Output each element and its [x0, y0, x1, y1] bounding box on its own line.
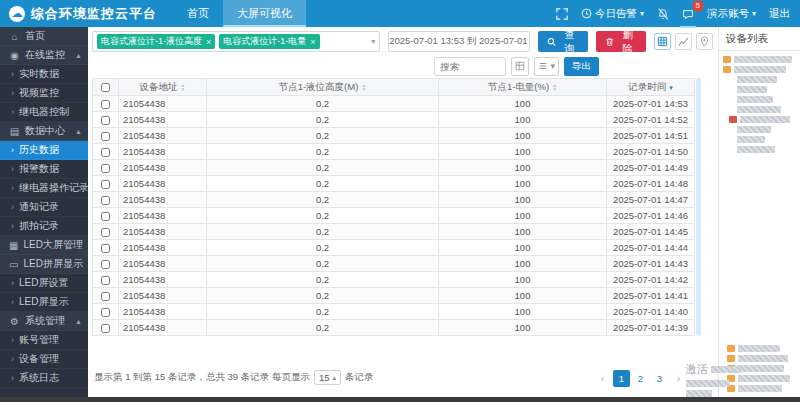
sidebar-item-视频监控[interactable]: ›视频监控 [0, 84, 88, 103]
page-prev-button[interactable]: ‹ [594, 370, 611, 387]
sidebar-item-通知记录[interactable]: ›通知记录 [0, 198, 88, 217]
row-checkbox[interactable] [101, 292, 110, 301]
cell-level: 0.2 [207, 320, 439, 336]
export-button[interactable]: 导出 [564, 57, 599, 76]
top-nav-item-0[interactable]: 首页 [173, 0, 223, 27]
sidebar-item-继电器控制[interactable]: ›继电器控制 [0, 103, 88, 122]
device-tree-item[interactable] [737, 86, 796, 93]
columns-dropdown-button[interactable]: ▾ [534, 57, 559, 76]
device-tree-item[interactable] [727, 355, 798, 362]
filter-bar: 电容式液位计-1-液位高度×电容式液位计-1-电量× ▾ 查询 删除 [92, 31, 713, 52]
device-tree-item[interactable] [723, 66, 796, 73]
sidebar-item-报警数据[interactable]: ›报警数据 [0, 160, 88, 179]
device-tree[interactable] [719, 51, 800, 161]
sidebar-item-LED屏设置[interactable]: ›LED屏设置 [0, 274, 88, 293]
header-device-address[interactable]: 设备地址▲▼ [119, 79, 207, 96]
sidebar-item-继电器操作记录[interactable]: ›继电器操作记录 [0, 179, 88, 198]
chevron-right-icon: › [11, 297, 14, 307]
mute-bell-icon[interactable] [657, 8, 669, 20]
logout-button[interactable]: 退出 [769, 7, 790, 21]
row-checkbox[interactable] [101, 180, 110, 189]
cell-battery: 100 [439, 208, 607, 224]
device-tree-item[interactable] [729, 116, 796, 123]
parameter-select[interactable]: 电容式液位计-1-液位高度×电容式液位计-1-电量× ▾ [92, 31, 380, 52]
query-button[interactable]: 查询 [538, 31, 588, 52]
chart-view-icon[interactable] [675, 33, 692, 50]
header-battery[interactable]: 节点1-电量(%)▲▼ [439, 79, 607, 96]
folder-icon [723, 56, 731, 63]
row-checkbox[interactable] [101, 148, 110, 157]
table-row: 210544380.21002025-07-01 14:49 [93, 160, 695, 176]
sidebar-item-label: 报警数据 [19, 162, 59, 176]
row-checkbox[interactable] [101, 100, 110, 109]
top-nav: 首页大屏可视化 [173, 0, 306, 27]
sidebar-item-首页[interactable]: ⌂首页 [0, 27, 88, 46]
account-dropdown[interactable]: 演示账号 ▾ [707, 7, 756, 21]
page-button-1[interactable]: 1 [613, 370, 630, 387]
date-range-input[interactable] [388, 31, 530, 52]
device-tree-item[interactable] [737, 126, 796, 133]
chevron-right-icon: › [11, 354, 14, 364]
row-checkbox[interactable] [101, 260, 110, 269]
sidebar-item-LED屏显示[interactable]: ›LED屏显示 [0, 293, 88, 312]
header-record-time[interactable]: 记录时间▾ [607, 79, 695, 96]
device-tree-item[interactable] [737, 146, 796, 153]
sidebar-item-label: 系统管理 [25, 314, 65, 328]
alarm-dropdown[interactable]: 今日告警 ▾ [581, 7, 644, 21]
sidebar-item-实时数据[interactable]: ›实时数据 [0, 65, 88, 84]
row-checkbox[interactable] [101, 324, 110, 333]
map-view-icon[interactable] [696, 33, 713, 50]
sidebar-item-LED拼屏显示[interactable]: ▭LED拼屏显示▲ [0, 255, 88, 274]
page-size-select[interactable]: 15 ▴ [314, 370, 341, 385]
device-tree-item[interactable] [737, 76, 796, 83]
table-row: 210544380.21002025-07-01 14:41 [93, 288, 695, 304]
delete-button[interactable]: 删除 [596, 31, 646, 52]
sidebar-item-数据中心[interactable]: ▤数据中心▲ [0, 122, 88, 141]
sidebar-item-历史数据[interactable]: ›历史数据 [0, 141, 88, 160]
sidebar-item-系统管理[interactable]: ⚙系统管理▲ [0, 312, 88, 331]
sidebar-item-系统日志[interactable]: ›系统日志 [0, 369, 88, 388]
message-icon[interactable]: 5 [682, 8, 694, 20]
row-checkbox[interactable] [101, 164, 110, 173]
row-checkbox[interactable] [101, 116, 110, 125]
toggle-view-button[interactable] [511, 57, 529, 76]
table-row: 210544380.21002025-07-01 14:44 [93, 240, 695, 256]
device-tree-item[interactable] [737, 96, 796, 103]
cell-time: 2025-07-01 14:48 [607, 176, 695, 192]
page-next-button[interactable]: › [670, 370, 687, 387]
header-level[interactable]: 节点1-液位高度(M)▲▼ [207, 79, 439, 96]
device-tree-item[interactable] [727, 345, 798, 352]
row-checkbox[interactable] [101, 276, 110, 285]
cell-time: 2025-07-01 14:44 [607, 240, 695, 256]
sidebar-item-设备管理[interactable]: ›设备管理 [0, 350, 88, 369]
table-view-icon[interactable] [654, 33, 671, 50]
table-row: 210544380.21002025-07-01 14:39 [93, 320, 695, 336]
device-tree-item[interactable] [723, 56, 796, 63]
select-all-checkbox[interactable] [101, 83, 110, 92]
sidebar-item-在线监控[interactable]: ◉在线监控▲ [0, 46, 88, 65]
table-row: 210544380.21002025-07-01 14:40 [93, 304, 695, 320]
sidebar-item-账号管理[interactable]: ›账号管理 [0, 331, 88, 350]
censored-text [738, 365, 784, 372]
fullscreen-icon[interactable] [556, 8, 568, 20]
row-checkbox[interactable] [101, 308, 110, 317]
tag-label: 电容式液位计-1-电量 [223, 35, 306, 48]
row-checkbox[interactable] [101, 212, 110, 221]
remove-tag-icon[interactable]: × [310, 37, 315, 47]
top-nav-item-1[interactable]: 大屏可视化 [223, 0, 306, 27]
sidebar-item-LED大屏管理[interactable]: ▦LED大屏管理 [0, 236, 88, 255]
sidebar-item-抓拍记录[interactable]: ›抓拍记录 [0, 217, 88, 236]
device-tree-item[interactable] [737, 106, 796, 113]
remove-tag-icon[interactable]: × [206, 37, 211, 47]
device-tree-item[interactable] [737, 136, 796, 143]
row-checkbox[interactable] [101, 244, 110, 253]
page-button-3[interactable]: 3 [651, 370, 668, 387]
censored-text [737, 136, 765, 143]
page-button-2[interactable]: 2 [632, 370, 649, 387]
row-checkbox[interactable] [101, 196, 110, 205]
search-input[interactable] [434, 57, 506, 76]
cell-address: 21054438 [119, 208, 207, 224]
row-checkbox[interactable] [101, 228, 110, 237]
table-scrollbar[interactable] [696, 78, 701, 336]
row-checkbox[interactable] [101, 132, 110, 141]
